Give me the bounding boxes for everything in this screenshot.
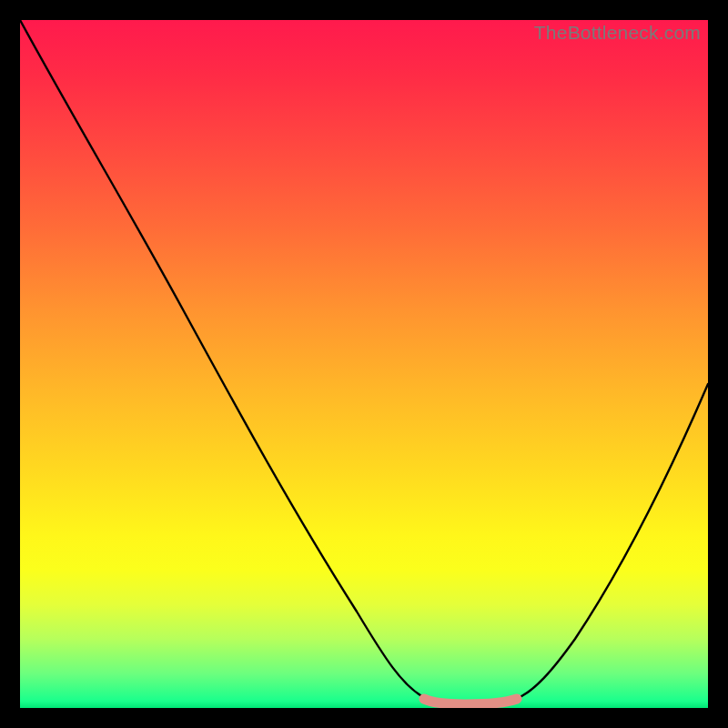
highlight-band: [424, 699, 517, 704]
chart-frame: TheBottleneck.com: [0, 0, 728, 728]
plot-area: TheBottleneck.com: [20, 20, 708, 708]
main-curve: [20, 20, 708, 704]
chart-svg: [20, 20, 708, 708]
